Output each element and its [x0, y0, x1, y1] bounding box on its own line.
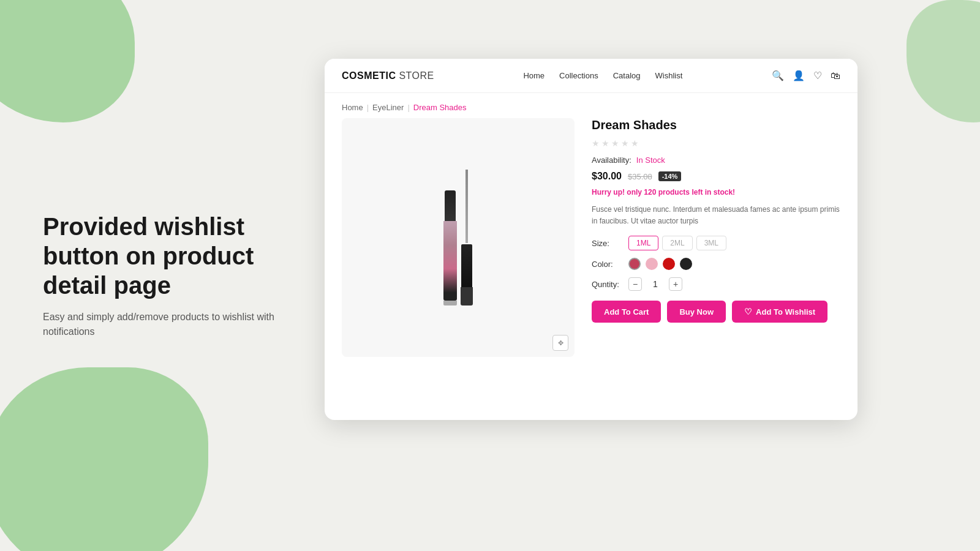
availability-row: Availability: In Stock [592, 156, 840, 165]
quantity-plus-button[interactable]: + [669, 277, 682, 291]
add-to-wishlist-button[interactable]: ♡ Add To Wishlist [732, 301, 827, 323]
size-option-row: Size: 1ML 2ML 3ML [592, 236, 840, 250]
breadcrumb-sep-1: | [367, 103, 369, 112]
color-swatch-4[interactable] [680, 258, 692, 270]
cart-icon[interactable]: 🛍 [831, 70, 840, 81]
breadcrumb-current: Dream Shades [413, 103, 467, 112]
product-area: ✥ Dream Shades ★ ★ ★ ★ ★ Availability: I… [325, 118, 858, 369]
browser-window: COSMETIC STORE Home Collections Catalog … [325, 59, 858, 420]
rating-stars: ★ ★ ★ ★ ★ [592, 138, 840, 148]
product-details: Dream Shades ★ ★ ★ ★ ★ Availability: In … [575, 118, 840, 357]
lipgloss-body [443, 221, 457, 301]
hurry-text: Hurry up! only 120 products left in stoc… [592, 188, 840, 197]
lipgloss-cap [445, 190, 456, 221]
size-buttons: 1ML 2ML 3ML [628, 236, 726, 250]
user-icon[interactable]: 👤 [793, 70, 805, 81]
product-description: Fusce vel tristique nunc. Interdum et ma… [592, 204, 840, 227]
price-row: $30.00 $35.08 -14% [592, 171, 840, 182]
expand-icon[interactable]: ✥ [552, 335, 568, 351]
color-label: Color: [592, 260, 622, 269]
quantity-option-row: Quntity: − 1 + [592, 277, 840, 291]
wishlist-heart-icon: ♡ [744, 307, 752, 317]
color-swatches [628, 258, 692, 270]
breadcrumb-sep-2: | [407, 103, 409, 112]
decorative-blob-top-left [0, 0, 135, 122]
logo-bold: COSMETIC [342, 70, 396, 81]
product-image [443, 170, 473, 305]
breadcrumb-home[interactable]: Home [342, 103, 363, 112]
product-image-container: ✥ [342, 118, 575, 357]
lipgloss-wand-body [461, 287, 473, 305]
product-title: Dream Shades [592, 118, 840, 132]
lipgloss-wand [466, 170, 468, 243]
search-icon[interactable]: 🔍 [772, 70, 784, 81]
nav-catalog[interactable]: Catalog [613, 71, 641, 80]
nav-icon-group: 🔍 👤 ♡ 🛍 [772, 70, 840, 81]
logo-regular: STORE [396, 70, 434, 81]
wishlist-button-label: Add To Wishlist [756, 307, 815, 317]
site-logo: COSMETIC STORE [342, 70, 434, 81]
action-buttons: Add To Cart Buy Now ♡ Add To Wishlist [592, 301, 840, 323]
nav-links: Home Collections Catalog Wishlist [523, 71, 682, 80]
feature-subtext: Easy and simply add/remove products to w… [43, 310, 312, 339]
feature-heading: Provided wishlist button on product deta… [43, 212, 312, 300]
size-label: Size: [592, 239, 622, 248]
color-swatch-2[interactable] [646, 258, 658, 270]
price-current: $30.00 [592, 171, 622, 182]
nav-wishlist[interactable]: Wishlist [655, 71, 683, 80]
availability-label: Availability: [592, 156, 631, 165]
size-3ml[interactable]: 3ML [696, 236, 726, 250]
breadcrumb-category[interactable]: EyeLiner [372, 103, 404, 112]
hurry-suffix: products left in stock! [656, 188, 735, 197]
star-5: ★ [631, 138, 639, 148]
lipgloss-base [443, 301, 457, 305]
nav-home[interactable]: Home [523, 71, 545, 80]
lipgloss-wand-cap [461, 244, 472, 287]
discount-badge: -14% [658, 171, 682, 181]
availability-value: In Stock [636, 156, 665, 165]
price-original: $35.08 [628, 172, 652, 181]
lipgloss-tube-1 [443, 190, 457, 305]
star-4: ★ [621, 138, 629, 148]
navbar: COSMETIC STORE Home Collections Catalog … [325, 59, 858, 93]
quantity-control: − 1 + [628, 277, 682, 291]
hurry-prefix: Hurry up! only [592, 188, 644, 197]
quantity-minus-button[interactable]: − [628, 277, 642, 291]
buy-now-button[interactable]: Buy Now [667, 301, 726, 323]
decorative-blob-bottom-left [0, 367, 208, 551]
hurry-count: 120 [644, 188, 656, 197]
quantity-label: Quntity: [592, 280, 622, 289]
left-content-section: Provided wishlist button on product deta… [43, 212, 312, 339]
star-3: ★ [611, 138, 619, 148]
color-option-row: Color: [592, 258, 840, 270]
size-1ml[interactable]: 1ML [628, 236, 658, 250]
color-swatch-1[interactable] [628, 258, 641, 270]
heart-icon[interactable]: ♡ [813, 70, 822, 81]
add-to-cart-button[interactable]: Add To Cart [592, 301, 661, 323]
decorative-blob-top-right [907, 0, 980, 122]
breadcrumb: Home | EyeLiner | Dream Shades [325, 93, 858, 118]
color-swatch-3[interactable] [663, 258, 675, 270]
star-2: ★ [601, 138, 609, 148]
quantity-value: 1 [649, 279, 662, 289]
star-1: ★ [592, 138, 600, 148]
size-2ml[interactable]: 2ML [662, 236, 692, 250]
nav-collections[interactable]: Collections [559, 71, 598, 80]
lipgloss-wand-2 [461, 170, 473, 305]
